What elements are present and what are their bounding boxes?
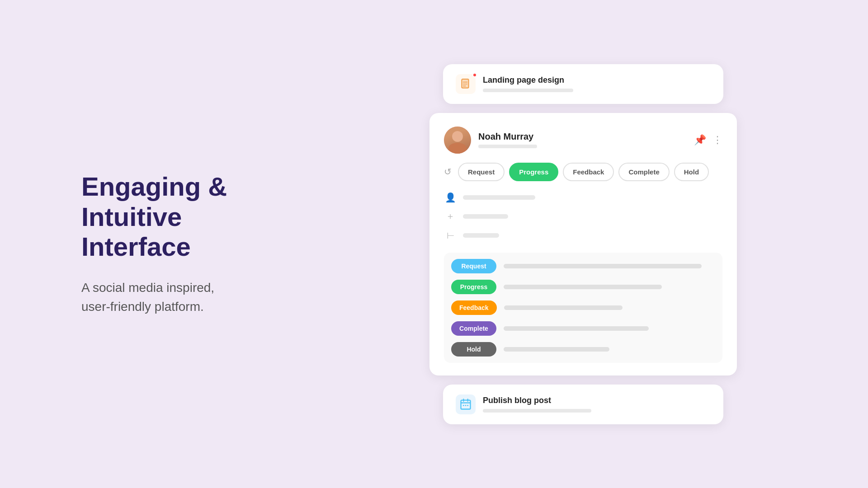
- meta-bar-3: [463, 233, 499, 238]
- badge-hold: Hold: [451, 342, 496, 357]
- calendar-icon-wrapper: [456, 394, 476, 414]
- meta-bar-2: [463, 214, 508, 219]
- avatar: [444, 127, 471, 154]
- list-item-feedback: Feedback: [451, 300, 715, 315]
- pin-icon[interactable]: 📌: [694, 134, 706, 146]
- meta-row-add: ＋: [444, 210, 722, 223]
- bar-feedback: [504, 305, 623, 310]
- bottom-card-title: Publish blog post: [483, 396, 711, 405]
- list-item-progress: Progress: [451, 280, 715, 294]
- subtext-line2: user-friendly platform.: [81, 300, 204, 314]
- headline-line2: Intuitive Interface: [81, 202, 191, 262]
- bottom-card: Publish blog post: [443, 385, 723, 424]
- card-header: Noah Murray 📌 ⋮: [444, 127, 722, 154]
- svg-point-11: [467, 404, 468, 406]
- bar-request: [504, 264, 702, 268]
- list-item-complete: Complete: [451, 321, 715, 336]
- list-item-hold: Hold: [451, 342, 715, 357]
- avatar-face: [444, 127, 471, 154]
- top-card-title: Landing page design: [483, 75, 711, 85]
- calendar-icon: [459, 398, 472, 411]
- top-card: Landing page design: [443, 64, 723, 104]
- tab-feedback[interactable]: Feedback: [563, 163, 614, 181]
- tree-icon: ⊢: [444, 229, 457, 242]
- plus-icon: ＋: [444, 210, 457, 223]
- tab-hold[interactable]: Hold: [674, 163, 709, 181]
- subtext: A social media inspired, user-friendly p…: [81, 278, 280, 316]
- bar-hold: [504, 347, 609, 352]
- meta-rows: 👤 ＋ ⊢: [444, 191, 722, 242]
- main-card: Noah Murray 📌 ⋮ ↺ Request Progress Feedb…: [429, 113, 737, 375]
- refresh-icon[interactable]: ↺: [444, 166, 452, 177]
- bottom-card-bar: [483, 409, 591, 413]
- list-item-request: Request: [451, 259, 715, 273]
- badge-progress: Progress: [451, 280, 496, 294]
- document-icon-wrapper: [456, 74, 476, 94]
- svg-point-10: [465, 404, 467, 406]
- svg-point-9: [463, 404, 464, 406]
- user-info: Noah Murray: [444, 127, 537, 154]
- headline-line1: Engaging &: [81, 172, 227, 201]
- notification-dot: [472, 73, 477, 77]
- bar-complete: [504, 326, 649, 331]
- subtext-line1: A social media inspired,: [81, 281, 214, 295]
- badge-feedback: Feedback: [451, 300, 497, 315]
- left-panel: Engaging & Intuitive Interface A social …: [0, 136, 316, 352]
- tab-request[interactable]: Request: [458, 163, 505, 181]
- badge-request: Request: [451, 259, 496, 273]
- more-icon[interactable]: ⋮: [712, 134, 722, 146]
- user-icon: 👤: [444, 191, 457, 204]
- status-tabs: ↺ Request Progress Feedback Complete Hol…: [444, 163, 722, 181]
- headline: Engaging & Intuitive Interface: [81, 172, 280, 262]
- document-icon: [460, 78, 472, 90]
- status-list: Request Progress Feedback Complete Hold: [444, 253, 722, 363]
- svg-rect-0: [462, 79, 468, 88]
- user-text: Noah Murray: [478, 131, 537, 148]
- bar-progress: [504, 285, 662, 289]
- meta-row-user: 👤: [444, 191, 722, 204]
- meta-row-tree: ⊢: [444, 229, 722, 242]
- tab-complete[interactable]: Complete: [618, 163, 669, 181]
- tab-progress[interactable]: Progress: [509, 163, 558, 181]
- user-name: Noah Murray: [478, 131, 537, 142]
- meta-bar-1: [463, 195, 535, 200]
- top-card-bar: [483, 89, 573, 92]
- top-card-content: Landing page design: [483, 75, 711, 92]
- badge-complete: Complete: [451, 321, 496, 336]
- header-actions: 📌 ⋮: [694, 134, 722, 146]
- right-panel: Landing page design Noah Murray 📌 ⋮: [316, 46, 868, 442]
- svg-rect-5: [461, 400, 471, 409]
- bottom-card-content: Publish blog post: [483, 396, 711, 413]
- name-bar: [478, 145, 537, 148]
